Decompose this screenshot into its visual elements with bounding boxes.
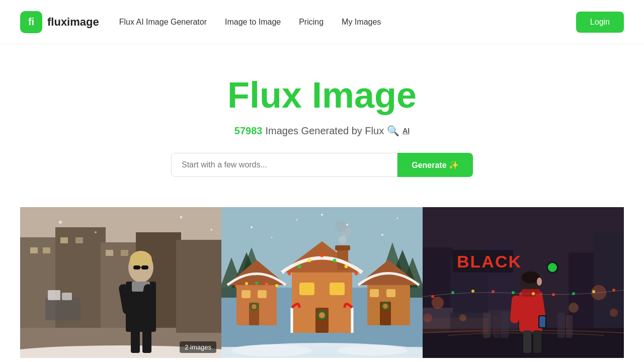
svg-point-139 [612, 289, 615, 292]
image-card-3: BLACK [423, 207, 624, 362]
svg-rect-23 [131, 330, 140, 353]
search-input[interactable] [171, 153, 397, 177]
svg-point-135 [532, 292, 535, 295]
svg-point-15 [130, 251, 152, 269]
image-card-2 [221, 207, 423, 362]
svg-point-106 [432, 297, 444, 309]
svg-point-87 [346, 224, 348, 226]
svg-point-133 [492, 290, 495, 293]
image-grid: 2 images Flux AI 🤍 1 ✏️ ↗️ [0, 197, 644, 362]
image-3-svg: BLACK [423, 207, 624, 358]
svg-point-131 [451, 291, 454, 294]
svg-rect-12 [121, 250, 128, 256]
logo[interactable]: fi fluximage [20, 11, 99, 33]
svg-rect-121 [539, 316, 545, 327]
logo-text: fluximage [47, 16, 99, 29]
svg-rect-27 [62, 293, 72, 300]
image-1-badge: 2 images [180, 341, 216, 353]
hero-subtitle: 57983 Images Generated by Flux 🔍 AI [234, 125, 410, 137]
svg-point-132 [471, 290, 474, 293]
hero-title: Flux Image [227, 74, 417, 116]
svg-rect-7 [30, 247, 38, 253]
card-1-footer: Flux AI 🤍 1 ✏️ ↗️ [20, 358, 221, 362]
svg-rect-11 [106, 250, 113, 256]
nav-left: fi fluximage Flux AI Image Generator Ima… [20, 11, 381, 33]
svg-rect-127 [557, 313, 565, 338]
svg-point-68 [298, 265, 301, 268]
svg-rect-8 [43, 247, 50, 253]
svg-rect-44 [242, 290, 251, 298]
nav-link-pricing[interactable]: Pricing [299, 18, 324, 27]
svg-rect-56 [335, 245, 350, 250]
nav-link-image-to-image[interactable]: Image to Image [225, 18, 281, 27]
svg-point-72 [345, 265, 348, 268]
svg-rect-60 [299, 283, 314, 295]
svg-point-85 [251, 226, 253, 228]
login-button[interactable]: Login [576, 12, 624, 33]
svg-point-71 [333, 259, 337, 262]
image-1-wrapper: 2 images [20, 207, 221, 358]
svg-rect-126 [501, 312, 509, 338]
nav-link-flux-ai[interactable]: Flux AI Image Generator [119, 18, 207, 27]
svg-text:BLACK: BLACK [457, 252, 522, 271]
svg-point-30 [180, 216, 183, 219]
image-count: 57983 [234, 125, 263, 137]
svg-point-48 [235, 285, 238, 288]
svg-rect-24 [142, 330, 151, 353]
svg-point-49 [245, 282, 248, 285]
svg-point-50 [255, 282, 258, 285]
svg-point-88 [397, 218, 398, 219]
svg-point-84 [337, 345, 408, 355]
svg-point-51 [265, 283, 268, 286]
svg-point-137 [572, 292, 575, 295]
svg-point-47 [252, 304, 257, 309]
subtitle-text: Images Generated by Flux [265, 125, 384, 137]
search-row: Generate ✨ [171, 153, 473, 177]
svg-rect-25 [45, 298, 80, 320]
svg-point-69 [308, 259, 311, 262]
svg-point-83 [231, 344, 312, 356]
svg-rect-123 [533, 330, 541, 353]
svg-rect-61 [330, 283, 345, 295]
svg-point-31 [210, 229, 212, 231]
svg-rect-78 [386, 289, 395, 297]
svg-point-130 [431, 295, 434, 298]
generate-button[interactable]: Generate ✨ [397, 153, 473, 177]
image-2-wrapper [221, 207, 423, 358]
svg-point-90 [271, 237, 273, 238]
svg-point-109 [610, 309, 618, 317]
svg-rect-26 [48, 290, 60, 300]
svg-rect-45 [258, 290, 267, 298]
svg-rect-9 [60, 237, 68, 243]
image-2-svg [221, 207, 423, 358]
svg-rect-17 [141, 265, 148, 269]
svg-point-115 [537, 278, 542, 286]
svg-point-64 [319, 312, 325, 318]
svg-point-73 [355, 272, 358, 276]
svg-point-134 [512, 291, 515, 294]
svg-point-70 [320, 254, 324, 257]
svg-point-86 [296, 219, 298, 221]
hero-section: Flux Image 57983 Images Generated by Flu… [0, 44, 644, 197]
svg-rect-128 [566, 315, 573, 338]
svg-rect-125 [493, 315, 500, 338]
svg-point-91 [381, 234, 383, 236]
svg-point-89 [321, 214, 323, 216]
ai-label: AI [403, 127, 410, 135]
svg-rect-6 [176, 240, 221, 333]
image-1-svg [20, 207, 221, 358]
svg-point-105 [548, 263, 557, 272]
image-card-1: 2 images Flux AI 🤍 1 ✏️ ↗️ [20, 207, 221, 362]
svg-point-108 [569, 303, 579, 313]
logo-icon: fi [20, 11, 42, 33]
svg-rect-129 [423, 318, 488, 333]
svg-point-59 [335, 220, 347, 232]
svg-point-80 [383, 304, 388, 309]
svg-rect-77 [370, 289, 379, 297]
nav-link-my-images[interactable]: My Images [342, 18, 381, 27]
nav-links: Flux AI Image Generator Image to Image P… [119, 18, 381, 27]
svg-point-67 [288, 272, 291, 276]
svg-point-29 [95, 231, 97, 233]
svg-rect-16 [133, 265, 140, 269]
svg-rect-10 [75, 237, 83, 243]
